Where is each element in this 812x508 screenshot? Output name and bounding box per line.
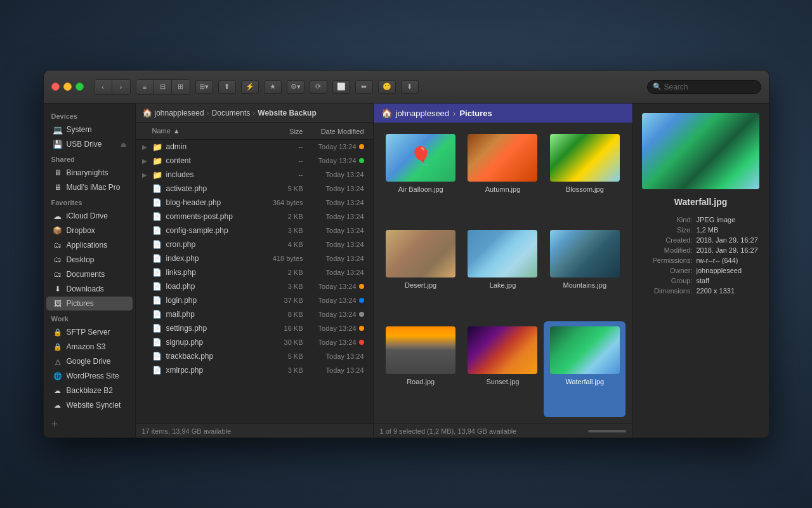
file-size-col: 3 KB xyxy=(259,366,303,374)
settings-button[interactable]: ⚙▾ xyxy=(287,80,304,94)
col-date-header[interactable]: Date Modified xyxy=(321,128,364,135)
file-row[interactable]: 📄 mail.php 8 KB Today 13:24 xyxy=(136,307,373,321)
folder-expand-icon[interactable]: ▶ xyxy=(142,144,147,150)
file-row[interactable]: 📄 comments-post.php 2 KB Today 13:24 xyxy=(136,210,373,224)
sidebar-item-sftp[interactable]: 🔒 SFTP Server xyxy=(46,325,133,339)
file-size: 3 KB xyxy=(288,366,303,374)
preview-icon: ⬜ xyxy=(337,83,346,91)
sidebar-item-icloud[interactable]: ☁ iCloud Drive xyxy=(46,209,133,223)
file-row[interactable]: 📄 config-sample.php 3 KB Today 13:24 xyxy=(136,224,373,237)
file-row[interactable]: 📄 activate.php 5 KB Today 13:24 xyxy=(136,182,373,196)
list-view-button[interactable]: ≡ xyxy=(136,80,154,94)
preview-breadcrumb-segment-2[interactable]: Pictures xyxy=(459,109,492,118)
sidebar-item-downloads[interactable]: ⬇ Downloads xyxy=(46,282,133,296)
sidebar-item-amazon-s3[interactable]: 🔒 Amazon S3 xyxy=(46,340,133,354)
sidebar-item-binarynights[interactable]: 🖥 Binarynights xyxy=(46,166,133,180)
file-row[interactable]: 📄 trackback.php 5 KB Today 13:24 xyxy=(136,349,373,363)
preview-item[interactable]: Autumn.jpg xyxy=(462,129,544,225)
sftp-icon: 🔒 xyxy=(53,327,63,337)
maximize-button[interactable] xyxy=(75,83,84,91)
grid-view-button[interactable]: ⊞ xyxy=(172,80,190,94)
sidebar-item-desktop[interactable]: 🗂 Desktop xyxy=(46,253,133,267)
preview-item[interactable]: Waterfall.jpg xyxy=(544,321,625,417)
file-row[interactable]: 📄 settings.php 16 KB Today 13:24 xyxy=(136,321,373,335)
section-header-favorites: Favorites xyxy=(44,195,135,208)
sidebar-item-system[interactable]: 💻 System xyxy=(46,123,133,137)
file-date-col: Today 13:24 xyxy=(303,311,367,318)
preview-item[interactable]: Air Balloon.jpg xyxy=(380,129,462,225)
preview-item[interactable]: Mountains.jpg xyxy=(544,225,625,321)
minimize-button[interactable] xyxy=(63,83,72,91)
folder-expand-icon[interactable]: ▶ xyxy=(142,157,147,164)
sidebar-item-pictures[interactable]: 🖼 Pictures xyxy=(46,297,133,311)
sidebar-item-website-synclet[interactable]: ☁ Website Synclet xyxy=(46,398,133,412)
preview-filename: Mountains.jpg xyxy=(563,281,607,289)
file-row[interactable]: 📄 links.php 2 KB Today 13:24 xyxy=(136,265,373,279)
applications-icon: 🗂 xyxy=(53,240,63,250)
file-name-col: 📄 load.php xyxy=(152,282,259,291)
back-icon: ‹ xyxy=(102,83,104,91)
file-row[interactable]: 📄 blog-header.php 364 bytes Today 13:24 xyxy=(136,196,373,210)
file-row[interactable]: 📄 load.php 3 KB Today 13:24 xyxy=(136,279,373,293)
sidebar-item-wordpress[interactable]: 🌐 WordPress Site xyxy=(46,369,133,383)
permissions-label: Permissions: xyxy=(643,257,697,264)
action-button[interactable]: ⚡ xyxy=(241,80,259,94)
col-size-header[interactable]: Size xyxy=(289,128,303,135)
preview-item[interactable]: Blossom.jpg xyxy=(544,129,625,225)
emoji-button[interactable]: 🙂 xyxy=(378,80,396,94)
file-row[interactable]: ▶ 📁 admin -- Today 13:24 xyxy=(136,140,373,154)
sidebar-item-documents[interactable]: 🗂 Documents xyxy=(46,267,133,281)
search-bar[interactable]: 🔍 Search xyxy=(647,80,761,94)
file-row[interactable]: 📄 index.php 418 bytes Today 13:24 xyxy=(136,251,373,265)
close-button[interactable] xyxy=(51,83,60,91)
info-thumbnail xyxy=(642,113,759,189)
arrange-button[interactable]: ⊞▾ xyxy=(195,80,213,94)
zoom-slider[interactable] xyxy=(588,430,626,432)
col-name-header[interactable]: Name xyxy=(152,127,171,135)
preview-item[interactable]: Lake.jpg xyxy=(462,225,544,321)
share-button[interactable]: ⬆ xyxy=(218,80,236,94)
breadcrumb-segment-2[interactable]: Documents xyxy=(212,109,251,117)
file-row[interactable]: 📄 xmlrpc.php 3 KB Today 13:24 xyxy=(136,363,373,377)
file-size-col: 37 KB xyxy=(259,297,303,304)
forward-button[interactable]: › xyxy=(112,80,130,94)
upload-button[interactable]: ⬇ xyxy=(401,80,419,94)
sidebar-item-imac-pro[interactable]: 🖥 Mudi's iMac Pro xyxy=(46,180,133,194)
column-view-button[interactable]: ⊟ xyxy=(154,80,172,94)
info-row-group: Group: staff xyxy=(643,276,759,286)
sidebar-item-usb-drive[interactable]: 💾 USB Drive ⏏ xyxy=(46,137,133,151)
preview-item[interactable]: Desert.jpg xyxy=(380,225,462,321)
file-name-col: 📄 cron.php xyxy=(152,240,259,249)
file-size-col: 4 KB xyxy=(259,241,303,248)
preview-item[interactable]: Road.jpg xyxy=(380,321,462,417)
file-row[interactable]: ▶ 📁 content -- Today 13:24 xyxy=(136,154,373,168)
dropbox-icon: 📦 xyxy=(53,225,63,236)
sidebar-item-google-drive[interactable]: △ Google Drive xyxy=(46,354,133,368)
back-button[interactable]: ‹ xyxy=(95,80,112,94)
file-date-col: Today 13:24 xyxy=(303,185,367,192)
file-row[interactable]: ▶ 📁 includes -- Today 13:24 xyxy=(136,168,373,182)
file-date: Today 13:24 xyxy=(318,324,357,332)
preview-thumbnail xyxy=(550,326,620,374)
preview-breadcrumb-segment-1[interactable]: johnappleseed xyxy=(396,109,450,118)
sidebar-item-dropbox[interactable]: 📦 Dropbox xyxy=(46,224,133,237)
sidebar-item-applications[interactable]: 🗂 Applications xyxy=(46,238,133,252)
folder-expand-icon[interactable]: ▶ xyxy=(142,171,147,178)
preview-toggle-button[interactable]: ⬜ xyxy=(332,80,350,94)
expand-col xyxy=(142,268,152,277)
sidebar-item-backblaze[interactable]: ☁ Backblaze B2 xyxy=(46,384,133,398)
file-size-col: 5 KB xyxy=(259,352,303,360)
breadcrumb-segment-3[interactable]: Website Backup xyxy=(258,109,316,117)
file-row[interactable]: 📄 signup.php 30 KB Today 13:24 xyxy=(136,335,373,349)
favorites-button[interactable]: ★ xyxy=(264,80,282,94)
file-row[interactable]: 📄 login.php 37 KB Today 13:24 xyxy=(136,293,373,307)
preview-item[interactable]: Sunset.jpg xyxy=(462,321,544,417)
eject-icon[interactable]: ⏏ xyxy=(121,141,126,148)
sync-button[interactable]: ⟳ xyxy=(310,80,327,94)
search-placeholder: Search xyxy=(664,83,688,91)
owner-value: johnappleseed xyxy=(697,267,759,274)
breadcrumb-segment-1[interactable]: johnappleseed xyxy=(155,109,204,117)
compare-button[interactable]: ⬌ xyxy=(355,80,373,94)
add-location-button[interactable]: + xyxy=(51,418,58,431)
file-row[interactable]: 📄 cron.php 4 KB Today 13:24 xyxy=(136,237,373,251)
